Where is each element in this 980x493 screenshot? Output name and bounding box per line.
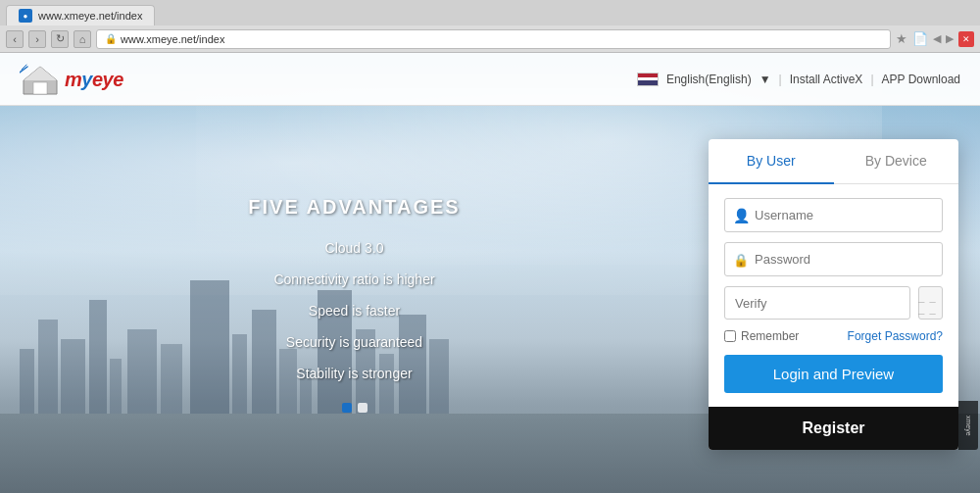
verify-row: _ _ _ _ — [724, 286, 943, 320]
login-card: By User By Device 👤 🔒 _ _ _ _ — [709, 139, 958, 450]
svg-marker-1 — [24, 67, 57, 80]
nav-forward-button[interactable]: › — [28, 30, 46, 48]
logo-icon — [20, 63, 61, 96]
tab-favicon: ● — [19, 9, 32, 23]
browser-tab-bar: ● www.xmeye.net/index — [0, 0, 980, 25]
flag-icon — [637, 73, 659, 86]
browser-toolbar: ‹ › ↻ ⌂ 🔒 www.xmeye.net/index ★ 📄 ◀ ▶ ✕ — [0, 25, 980, 53]
security-icon: 🔒 — [105, 33, 117, 44]
url-text: www.xmeye.net/index — [121, 33, 224, 45]
address-bar[interactable]: 🔒 www.xmeye.net/index — [96, 29, 891, 49]
lock-icon: 🔒 — [733, 252, 749, 267]
remember-checkbox[interactable] — [724, 330, 736, 342]
browser-star-icon[interactable]: ★ — [896, 31, 907, 46]
register-footer: Register — [709, 407, 958, 450]
nav-back-button[interactable]: ‹ — [6, 30, 24, 48]
svg-rect-2 — [33, 82, 47, 94]
site-header: myeye English(English) ▼ | Install Activ… — [0, 53, 980, 106]
install-activex-link[interactable]: Install ActiveX — [790, 73, 863, 86]
logo-text: myeye — [65, 69, 123, 90]
verify-code-box[interactable]: _ _ _ _ — [918, 286, 943, 320]
carousel-dots — [342, 403, 368, 413]
app-download-link[interactable]: APP Download — [882, 73, 961, 86]
user-icon: 👤 — [733, 208, 750, 223]
carousel-dot-1[interactable] — [342, 403, 352, 413]
login-button[interactable]: Login and Preview — [724, 355, 943, 393]
promo-section: FIVE ADVANTAGES Cloud 3.0 Connectivity r… — [0, 176, 709, 422]
header-separator: | — [779, 73, 782, 86]
promo-item-4: Security is guaranteed — [286, 334, 422, 350]
password-group: 🔒 — [724, 242, 943, 276]
login-tabs: By User By Device — [709, 139, 958, 184]
promo-item-3: Speed is faster — [309, 303, 400, 319]
password-input[interactable] — [724, 242, 943, 276]
language-dropdown-icon[interactable]: ▼ — [760, 73, 771, 86]
language-label: English(English) — [666, 73, 752, 86]
tab-by-user[interactable]: By User — [709, 139, 834, 184]
carousel-dot-2[interactable] — [358, 403, 368, 413]
login-body: 👤 🔒 _ _ _ _ Remember — [709, 184, 958, 407]
promo-title: FIVE ADVANTAGES — [248, 196, 460, 219]
tab-by-device[interactable]: By Device — [834, 139, 959, 183]
logo: myeye — [20, 63, 123, 96]
promo-item-1: Cloud 3.0 — [325, 240, 384, 256]
header-separator-2: | — [870, 73, 873, 86]
browser-close-icon[interactable]: ✕ — [958, 31, 974, 47]
username-input[interactable] — [724, 198, 943, 232]
promo-item-5: Stability is stronger — [296, 366, 412, 381]
browser-bookmark-icon[interactable]: 📄 — [912, 31, 928, 46]
nav-refresh-button[interactable]: ↻ — [51, 30, 69, 48]
remember-row: Remember Forget Password? — [724, 329, 943, 343]
promo-item-2: Connectivity ratio is higher — [273, 271, 434, 287]
corner-badge: xmeye — [958, 401, 978, 450]
header-right: English(English) ▼ | Install ActiveX | A… — [637, 73, 960, 86]
remember-label[interactable]: Remember — [724, 329, 799, 343]
nav-home-button[interactable]: ⌂ — [74, 30, 91, 48]
tab-label: www.xmeye.net/index — [38, 10, 142, 22]
content-area: FIVE ADVANTAGES Cloud 3.0 Connectivity r… — [0, 106, 980, 493]
browser-nav-arrow-left[interactable]: ◀ — [933, 32, 941, 45]
register-link[interactable]: Register — [802, 419, 864, 436]
username-group: 👤 — [724, 198, 943, 232]
verify-input[interactable] — [724, 286, 910, 320]
page-wrapper: myeye English(English) ▼ | Install Activ… — [0, 53, 980, 493]
promo-items-list: Cloud 3.0 Connectivity ratio is higher S… — [273, 240, 434, 381]
browser-tab[interactable]: ● www.xmeye.net/index — [6, 5, 155, 25]
forget-password-link[interactable]: Forget Password? — [848, 329, 943, 343]
browser-nav-arrow-right[interactable]: ▶ — [946, 32, 954, 45]
